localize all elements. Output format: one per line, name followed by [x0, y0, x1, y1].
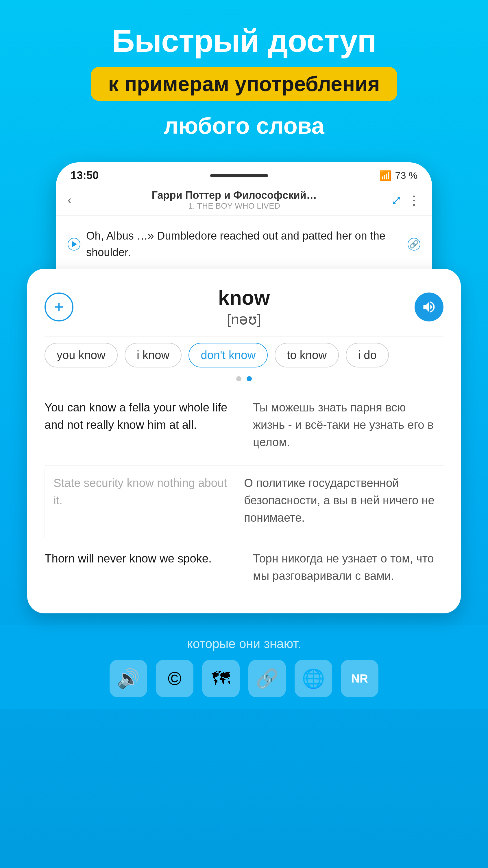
tag-you-know[interactable]: you know: [44, 343, 118, 368]
bottom-icons-row: 🔊 © 🗺 🔗 🌐 NR: [29, 660, 459, 697]
examples-grid: You can know a fella your whole life and…: [44, 393, 444, 596]
bottom-icon-6[interactable]: NR: [341, 660, 379, 697]
pair-divider-1: [44, 465, 444, 466]
word-center: know [nəʊ]: [73, 286, 415, 328]
tag-i-know[interactable]: i know: [125, 343, 182, 368]
dot-2: [247, 376, 252, 381]
example-ru-3: Торн никогда не узнает о том, что мы раз…: [244, 544, 444, 596]
headline-title: Быстрый доступ: [112, 23, 376, 58]
phone-status-bar: 13:50 📶 73 %: [56, 162, 432, 185]
tag-to-know[interactable]: to know: [274, 343, 339, 368]
bottom-icon-4[interactable]: 🔗: [248, 660, 286, 697]
divider-1: [44, 337, 444, 337]
link-icon-1[interactable]: 🔗: [408, 238, 420, 251]
add-word-button[interactable]: +: [44, 292, 73, 321]
plus-icon: +: [54, 298, 64, 316]
dictionary-card: + know [nəʊ] you know i know don't know …: [27, 269, 461, 613]
dot-1: [236, 376, 241, 381]
notch-pill: [210, 174, 268, 177]
nav-icons-right: ⤢ ⋮: [391, 193, 420, 208]
tag-i-do[interactable]: i do: [346, 343, 389, 368]
reading-row-1: Oh, Albus …» Dumbledore reached out and …: [68, 222, 420, 266]
audio-button[interactable]: [415, 292, 444, 321]
dots-row: [44, 376, 444, 381]
bottom-icon-2[interactable]: ©: [156, 660, 193, 697]
page-container: Быстрый доступ к примерам употребления л…: [0, 0, 488, 868]
play-triangle-icon: [72, 241, 77, 247]
bottom-partial: которые они знают. 🔊 © 🗺 🔗 🌐 NR: [0, 625, 488, 709]
status-time: 13:50: [70, 169, 99, 182]
word-phonetic: [nəʊ]: [73, 311, 415, 328]
expand-icon[interactable]: ⤢: [391, 193, 402, 208]
battery-text: 73 %: [395, 170, 418, 181]
bottom-icon-3[interactable]: 🗺: [202, 660, 240, 697]
example-en-1: You can know a fella your whole life and…: [44, 393, 244, 462]
example-en-3: Thorn will never know we spoke.: [44, 544, 244, 596]
nav-back-button[interactable]: ‹: [68, 193, 71, 207]
nav-book-title: Гарри Поттер и Философский…: [77, 189, 391, 202]
word-main: know: [73, 286, 415, 309]
bottom-icon-1[interactable]: 🔊: [109, 660, 147, 697]
reading-text-1: Oh, Albus …» Dumbledore reached out and …: [86, 228, 402, 261]
speaker-icon: [422, 300, 436, 314]
highlight-badge: к примерам употребления: [91, 67, 397, 101]
tags-container: you know i know don't know to know i do: [44, 343, 444, 368]
more-icon[interactable]: ⋮: [408, 193, 420, 208]
bottom-icon-5[interactable]: 🌐: [295, 660, 332, 697]
example-ru-2: О политике государственной безопасности,…: [244, 468, 444, 538]
signal-icon: 📶: [379, 170, 391, 181]
phone-nav-bar: ‹ Гарри Поттер и Философский… 1. THE BOY…: [56, 185, 432, 216]
example-ru-1: Ты можешь знать парня всю жизнь - и всё-…: [244, 393, 444, 462]
status-icons: 📶 73 %: [379, 170, 418, 181]
dict-header: + know [nəʊ]: [44, 286, 444, 328]
pair-divider-2: [44, 541, 444, 541]
play-button-1[interactable]: [68, 238, 80, 251]
tag-dont-know[interactable]: don't know: [189, 343, 268, 368]
subtitle-text: любого слова: [164, 113, 324, 139]
highlight-text: к примерам употребления: [108, 72, 380, 95]
nav-chapter: 1. THE BOY WHO LIVED: [77, 202, 391, 211]
bottom-partial-text: которые они знают.: [29, 637, 459, 651]
nav-title-area: Гарри Поттер и Философский… 1. THE BOY W…: [77, 189, 391, 211]
example-en-2: State security know nothing about it.: [44, 468, 244, 538]
